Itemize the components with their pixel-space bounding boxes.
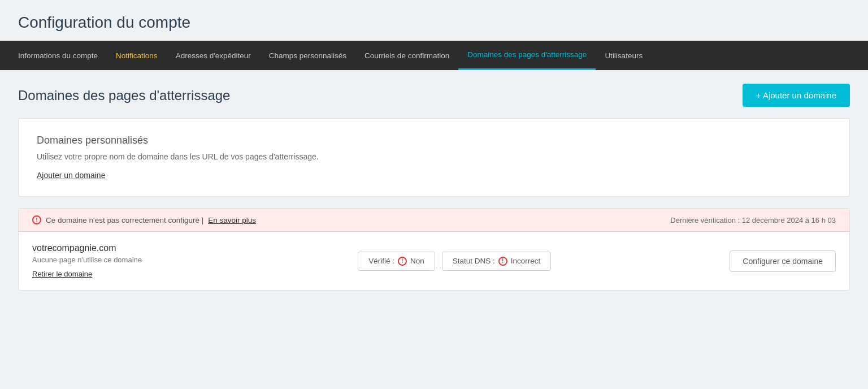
configure-domain-button[interactable]: Configurer ce domaine [730,250,836,272]
nav-item-sender-addresses[interactable]: Adresses d'expéditeur [167,41,260,70]
alert-learn-more-link[interactable]: En savoir plus [208,216,256,224]
custom-domains-description: Utilisez votre propre nom de domaine dan… [37,152,831,161]
domain-name: votrecompagnie.com [32,243,179,253]
nav-item-landing-domains[interactable]: Domaines des pages d'atterrissage [458,41,596,70]
dns-label: Statut DNS : [453,257,495,265]
domain-status-group: Vérifié : ! Non Statut DNS : ! Incorrect [179,252,730,271]
nav-item-confirmation-emails[interactable]: Courriels de confirmation [355,41,458,70]
dns-error-icon: ! [498,257,507,266]
dns-badge: Statut DNS : ! Incorrect [442,252,552,271]
custom-domains-card: Domaines personnalisés Utilisez votre pr… [18,118,850,197]
content-area: Domaines des pages d'atterrissage + Ajou… [0,70,868,315]
alert-message: Ce domaine n'est pas correctement config… [46,216,203,224]
domain-card-body: votrecompagnie.com Aucune page n'utilise… [19,232,849,290]
nav-bar: Informations du compte Notifications Adr… [0,41,868,70]
alert-right: Dernière vérification : 12 décembre 2024… [670,216,836,224]
add-domain-link[interactable]: Ajouter un domaine [37,171,105,180]
dns-value: Incorrect [511,257,541,265]
add-domain-button[interactable]: + Ajouter un domaine [743,84,850,107]
last-check-label: Dernière vérification : 12 décembre 2024… [670,216,836,224]
remove-domain-link[interactable]: Retirer le domaine [32,270,92,278]
domain-alert-bar: ! Ce domaine n'est pas correctement conf… [19,209,849,232]
domain-info: votrecompagnie.com Aucune page n'utilise… [32,243,179,279]
section-header: Domaines des pages d'atterrissage + Ajou… [18,84,850,107]
domain-action: Configurer ce domaine [730,250,836,272]
nav-item-notifications[interactable]: Notifications [107,41,167,70]
domain-sub: Aucune page n'utilise ce domaine [32,256,179,264]
verified-value: Non [410,257,424,265]
nav-item-custom-fields[interactable]: Champs personnalisés [260,41,355,70]
verified-badge: Vérifié : ! Non [358,252,435,271]
verified-error-icon: ! [398,257,407,266]
page-title: Configuration du compte [18,14,850,32]
nav-item-users[interactable]: Utilisateurs [596,41,652,70]
alert-left: ! Ce domaine n'est pas correctement conf… [32,215,256,224]
verified-label: Vérifié : [368,257,394,265]
nav-item-account-info[interactable]: Informations du compte [9,41,107,70]
domain-card: ! Ce domaine n'est pas correctement conf… [18,208,850,291]
alert-circle-icon: ! [32,215,41,224]
page-header: Configuration du compte [0,0,868,41]
custom-domains-title: Domaines personnalisés [37,135,831,146]
section-title: Domaines des pages d'atterrissage [18,88,230,103]
